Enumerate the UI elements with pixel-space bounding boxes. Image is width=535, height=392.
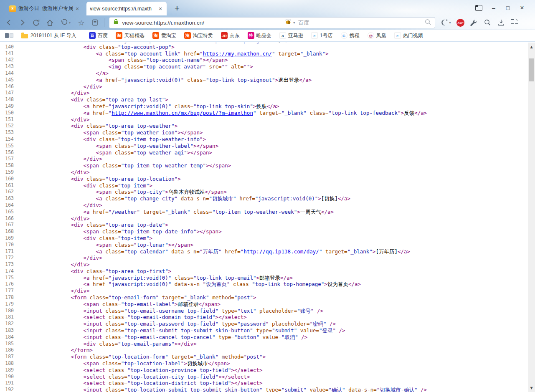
search-input[interactable] — [298, 20, 352, 26]
bookmark-taobao[interactable]: 淘爱淘宝 — [152, 32, 176, 39]
source-line: 164</div> — [0, 202, 528, 209]
source-line: 178<form class="top-email-form" target="… — [0, 294, 528, 301]
new-tab-button[interactable]: + — [172, 3, 182, 13]
bookmark-ie[interactable]: e1号店 — [311, 32, 333, 39]
line-code: <div class="top-area top-weather"> — [17, 123, 177, 129]
line-code: <select class="top-location-province top… — [17, 367, 263, 374]
source-line: 162<span class="top-city">乌鲁木齐牧试站</span> — [0, 189, 528, 195]
line-code: </div> — [17, 169, 90, 176]
line-code: <a href="javascript:void(0)" data-s-n="设… — [17, 281, 361, 288]
sidebar-toggle-icon[interactable] — [5, 33, 13, 38]
source-line: 169<div class="top-item"> — [0, 235, 528, 242]
search-engine-bee-icon[interactable] — [284, 18, 292, 27]
scroll-up-button[interactable]: ▲ — [528, 43, 535, 50]
source-line: 154<div class="top-item top-weather-info… — [0, 136, 528, 143]
undo-dropdown-icon[interactable]: ▾ — [69, 21, 71, 25]
source-link[interactable]: http://www.maxthon.cn/mx/bug/post/?m=ima… — [112, 110, 253, 116]
search-engine-dropdown-icon[interactable]: ▾ — [293, 21, 295, 25]
line-code: </div> — [17, 215, 90, 222]
forward-icon[interactable] — [18, 18, 27, 27]
url-text[interactable]: view-source:https://i.maxthon.cn/ — [122, 20, 204, 26]
bookmark-folder-ie-import[interactable]: 20191101 从 IE 导入 — [21, 32, 76, 39]
source-line: 192<input class="top-location-submit top… — [0, 387, 528, 392]
source-line: 179<span class="top-email-label">邮箱登录</s… — [0, 301, 528, 308]
source-line: 167<div class="top-area top-date"> — [0, 222, 528, 228]
bookmark-taobao[interactable]: 淘淘宝特卖 — [184, 32, 213, 39]
extensions-grid-icon[interactable] — [510, 18, 519, 27]
source-link[interactable]: https://my.maxthon.cn/ — [203, 51, 272, 57]
bookmark-vip[interactable]: 特唯品会 — [248, 32, 271, 39]
lock-icon — [113, 18, 119, 27]
source-line: 145<a href="javascript:void(0)" class="t… — [0, 77, 528, 83]
line-code: <div class="top-account-pop"> — [17, 44, 175, 51]
search-magnifier-icon[interactable] — [424, 18, 431, 27]
bookmark-jd[interactable]: JD京东 — [221, 32, 240, 39]
source-line: 177</div> — [0, 288, 528, 294]
adblock-abp-icon[interactable]: ABP — [456, 19, 464, 27]
reload-icon[interactable] — [32, 18, 41, 27]
line-code: </div> — [17, 288, 90, 294]
close-window-button[interactable]: × — [515, 4, 529, 12]
bookmark-ie[interactable]: e热门视频 — [394, 32, 423, 39]
reading-list-icon[interactable] — [91, 18, 100, 27]
download-icon[interactable] — [497, 18, 506, 27]
line-number: 173 — [0, 261, 17, 268]
night-mode-icon[interactable]: ▾ — [440, 18, 452, 27]
line-code: <span class="top-account-name"></span> — [17, 57, 228, 63]
night-mode-dropdown-icon[interactable]: ▾ — [449, 21, 451, 25]
line-code: <form class="top-location-form" target="… — [17, 354, 266, 360]
source-line: 147</div> — [0, 90, 528, 96]
bookmark-baidu[interactable]: 百百度 — [89, 32, 108, 39]
line-number: 143 — [0, 63, 17, 70]
bookmarks-bar: 20191101 从 IE 导入 百百度淘天猫精选淘爱淘宝淘淘宝特卖JD京东特唯… — [0, 30, 535, 42]
minimize-button[interactable]: – — [487, 5, 501, 11]
line-code: <span class="top-email-label">邮箱登录</span… — [17, 301, 221, 308]
vertical-scrollbar[interactable]: ▲ ▼ — [528, 43, 535, 392]
line-code: <input class="top-location-submit top-su… — [17, 387, 427, 392]
maximize-button[interactable]: □ — [501, 5, 515, 11]
navigation-toolbar: ▾ ☆ view-source:https://i.maxthon.cn/ — [0, 15, 535, 30]
line-number: 157 — [0, 156, 17, 162]
line-code: </div> — [17, 255, 102, 261]
layout-panels-icon[interactable] — [475, 5, 482, 11]
close-tab-icon[interactable]: × — [157, 5, 163, 12]
source-link[interactable]: http://qq.ip138.com/day/ — [243, 248, 319, 255]
line-number: 141 — [0, 51, 17, 57]
line-code: <a href="javascript:void(0)" class="top-… — [17, 275, 293, 281]
main-menu-icon[interactable] — [524, 18, 531, 27]
source-line: 163<a class="top-change-city" data-s-n="… — [0, 195, 528, 202]
line-number: 160 — [0, 176, 17, 182]
favorites-star-icon[interactable]: ☆ — [77, 18, 86, 27]
bookmark-ctrip[interactable]: C携程 — [341, 32, 360, 39]
home-icon[interactable] — [45, 18, 54, 27]
line-code: <span class="top-weather-aqi"></span> — [17, 149, 212, 156]
scrollbar-thumb[interactable] — [529, 58, 534, 81]
line-code: <span class="top-item top-date-info"></s… — [17, 228, 222, 235]
line-number: 155 — [0, 143, 17, 149]
line-number: 170 — [0, 242, 17, 248]
source-line: 161<div class="top-item"> — [0, 182, 528, 189]
bookmark-tmall[interactable]: 淘天猫精选 — [116, 32, 145, 39]
address-bar[interactable]: view-source:https://i.maxthon.cn/ ▾ — [109, 17, 435, 28]
undo-icon[interactable]: ▾ — [59, 18, 72, 27]
source-line: 149<a href="javascript:void(0)" class="t… — [0, 103, 528, 110]
devtools-wrench-icon[interactable] — [469, 18, 478, 27]
line-code: <a href="javascript:void(0)" class="top-… — [17, 77, 312, 83]
resource-sniffer-icon[interactable] — [483, 18, 492, 27]
close-tab-icon[interactable]: × — [74, 5, 80, 12]
line-number: 190 — [0, 374, 17, 380]
tab-view-source[interactable]: view-source:https://i.maxth × — [86, 2, 167, 15]
back-icon[interactable] — [4, 18, 13, 27]
bookmark-amazon[interactable]: a亚马逊 — [279, 32, 303, 39]
tab-maxthon-today[interactable]: ☀ 傲游今日_傲游用户专属的网 × — [6, 2, 84, 15]
source-line: 170<span class="top-lunar"></span> — [0, 242, 528, 248]
line-number: 167 — [0, 222, 17, 228]
browser-window: ☀ 傲游今日_傲游用户专属的网 × view-source:https://i.… — [0, 0, 535, 392]
scroll-down-button[interactable]: ▼ — [528, 384, 535, 391]
source-line: 156<span class="top-weather-aqi"></span> — [0, 149, 528, 156]
bookmark-ifeng[interactable]: @凤凰 — [368, 32, 386, 39]
bookmark-label: 爱淘宝 — [161, 32, 176, 39]
maxthon-today-favicon-icon: ☀ — [9, 5, 16, 12]
taobao-icon: 淘 — [184, 32, 191, 39]
line-number: 169 — [0, 235, 17, 242]
